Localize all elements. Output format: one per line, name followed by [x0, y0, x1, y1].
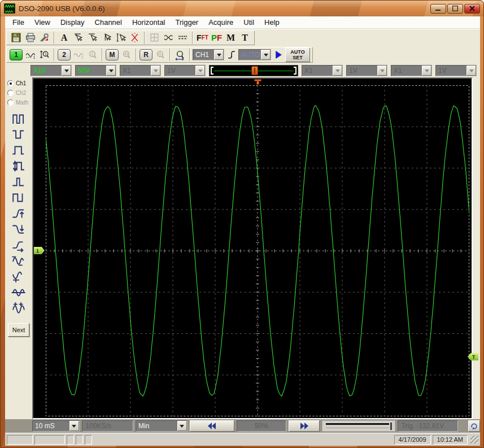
vertical-cursor-icon[interactable]: [85, 32, 99, 44]
horizontal-cursor-icon[interactable]: [71, 32, 85, 44]
text-annotation-tool-icon[interactable]: T: [238, 32, 252, 44]
minimize-button[interactable]: [430, 4, 446, 14]
fft-tool-icon[interactable]: FFT: [195, 32, 210, 44]
ch1-level-marker[interactable]: 1: [34, 247, 45, 254]
save-icon[interactable]: [9, 32, 23, 44]
ch2-waveform-icon: 2: [71, 49, 85, 61]
sine-negative-peak-icon[interactable]: [10, 269, 27, 285]
sine-amplitude-icon[interactable]: [10, 253, 27, 269]
channel-radio-ch1[interactable]: Ch1: [6, 79, 32, 88]
text-cursor-tool-icon[interactable]: A: [57, 32, 71, 44]
trigger-mode-dropdown[interactable]: AUTO: [238, 49, 271, 60]
sine-peak-frequency-icon[interactable]: [10, 301, 27, 316]
ch1-vertical-zoom-icon[interactable]: 1: [37, 49, 51, 61]
status-bar: 4/17/2009 10:12 AM: [5, 433, 480, 446]
square-vpp-icon[interactable]: [10, 158, 27, 174]
ch2-volts-dropdown: 1V: [164, 65, 206, 76]
dropdown-arrow-icon[interactable]: [62, 66, 71, 76]
ch1-waveform-icon[interactable]: 1: [23, 49, 37, 61]
fall-time-icon[interactable]: [10, 221, 27, 237]
refresh-button[interactable]: [468, 420, 480, 432]
channel-radio-ch2: Ch2: [6, 88, 32, 98]
arrow-cursor-icon[interactable]: [99, 32, 114, 44]
sidebar: Ch1 Ch2 Math Next: [5, 77, 32, 419]
radio-icon: [7, 90, 14, 96]
menu-bar: FileViewDisplayChannelHorizontalTriggerA…: [5, 16, 480, 29]
channel-radio-math: Math: [6, 98, 32, 107]
separator: [102, 49, 103, 61]
scope-display: 1 T: [32, 77, 473, 419]
waveform-display-icon[interactable]: [162, 32, 176, 44]
title-bar[interactable]: DSO-2090 USB (V6.0.0.6): [1, 1, 483, 16]
menu-item-util[interactable]: Util: [238, 17, 259, 28]
scroll-left-button[interactable]: [190, 420, 235, 432]
menu-item-trigger[interactable]: Trigger: [171, 17, 204, 28]
maximize-button[interactable]: [447, 4, 463, 14]
horizontal-zoom-icon[interactable]: [173, 49, 187, 61]
ch1-probe-dropdown[interactable]: X10: [30, 65, 72, 76]
rise-time-icon[interactable]: [10, 206, 27, 221]
sample-rate-readout: 100KS/s: [82, 420, 134, 432]
pass-fail-tool-icon[interactable]: PF: [210, 32, 224, 44]
trigger-position-marker[interactable]: [254, 79, 261, 85]
menu-item-horizontal[interactable]: Horizontal: [127, 17, 171, 28]
ch3-volts-dropdown: 1V: [346, 65, 387, 76]
dropdown-arrow-icon[interactable]: [177, 421, 187, 431]
dropdown-arrow-icon[interactable]: [214, 50, 224, 60]
menu-item-channel[interactable]: Channel: [90, 17, 127, 28]
radio-icon[interactable]: [7, 80, 14, 86]
ch1-enable-button[interactable]: 1: [10, 49, 23, 60]
ibeam-cursor-icon[interactable]: [114, 32, 128, 44]
ch1-volts-dropdown[interactable]: 50V: [75, 65, 116, 76]
slider-handle[interactable]: [390, 423, 392, 430]
measure-tool-icon[interactable]: M: [224, 32, 238, 44]
autoset-button[interactable]: AUTO SET: [285, 47, 310, 62]
trigger-level-slider[interactable]: [322, 420, 395, 432]
svg-text:1: 1: [45, 52, 47, 56]
math-enable-button[interactable]: M: [106, 49, 119, 60]
scroll-right-button[interactable]: [289, 420, 320, 432]
reference-enable-button[interactable]: R: [139, 49, 152, 60]
timebase-dropdown[interactable]: 10 mS: [32, 420, 80, 432]
square-duty-icon[interactable]: [10, 111, 27, 127]
delete-cursor-icon[interactable]: [128, 32, 142, 44]
trigger-position-bar[interactable]: [209, 65, 298, 76]
menu-item-file[interactable]: File: [7, 17, 29, 28]
ch2-probe-dropdown: X1: [120, 65, 161, 76]
dropdown-arrow-icon: [422, 66, 431, 76]
dropdown-arrow-icon: [195, 66, 205, 76]
math-zoom-icon: M: [119, 49, 133, 61]
dropdown-arrow-icon[interactable]: [69, 421, 79, 431]
acquisition-mode-dropdown[interactable]: Min: [136, 420, 187, 432]
menu-item-view[interactable]: View: [29, 17, 55, 28]
dotted-line-style-icon[interactable]: [176, 32, 190, 44]
next-page-button[interactable]: Next: [8, 323, 29, 337]
dropdown-arrow-icon[interactable]: [261, 50, 271, 60]
separator: [192, 32, 193, 44]
dropdown-arrow-icon[interactable]: [106, 66, 116, 76]
ch2-enable-button[interactable]: 2: [58, 49, 71, 60]
dropdown-arrow-icon: [151, 66, 160, 76]
trigger-edge-icon[interactable]: [224, 49, 238, 61]
print-icon[interactable]: [23, 32, 37, 44]
separator: [54, 32, 55, 44]
delay-icon[interactable]: [10, 237, 27, 253]
sine-mean-icon[interactable]: [10, 285, 27, 301]
ch4-probe-dropdown: X1: [391, 65, 432, 76]
menu-item-acquire[interactable]: Acquire: [203, 17, 238, 28]
square-narrow-pulse-icon[interactable]: [10, 174, 27, 190]
resize-grip-icon[interactable]: [470, 436, 478, 443]
grid-display-icon[interactable]: [147, 32, 162, 44]
trigger-source-dropdown[interactable]: CH1: [193, 49, 224, 60]
client-area: FileViewDisplayChannelHorizontalTriggerA…: [5, 16, 480, 446]
square-pulse-width-icon[interactable]: [10, 142, 27, 158]
menu-item-display[interactable]: Display: [55, 17, 90, 28]
trigger-position-handle[interactable]: [251, 66, 258, 75]
square-period-icon[interactable]: [10, 190, 27, 206]
settings-tools-icon[interactable]: [37, 32, 51, 44]
status-panel: [67, 435, 74, 445]
square-fall-width-icon[interactable]: [10, 127, 27, 142]
run-icon[interactable]: [271, 49, 285, 61]
menu-item-help[interactable]: Help: [259, 17, 285, 28]
close-button[interactable]: [464, 4, 480, 14]
